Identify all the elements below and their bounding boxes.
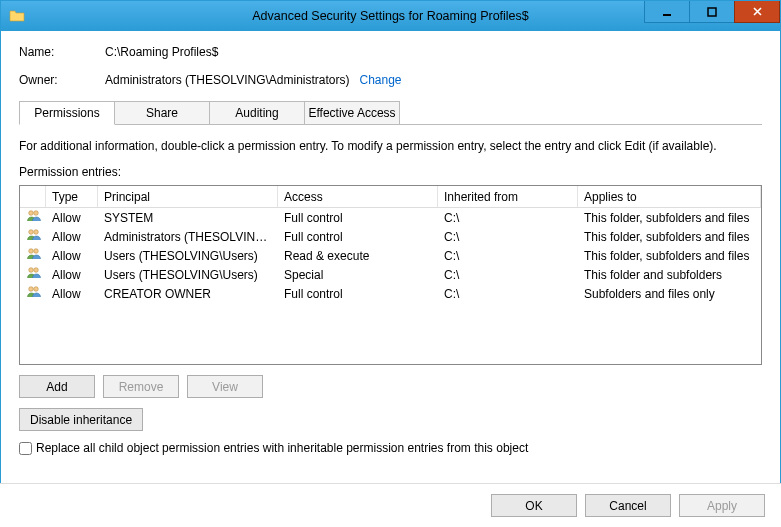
cell-inherited: C:\: [438, 287, 578, 301]
cell-applies: This folder, subfolders and files: [578, 211, 761, 225]
maximize-button[interactable]: [689, 1, 735, 23]
cell-applies: Subfolders and files only: [578, 287, 761, 301]
svg-rect-1: [708, 8, 716, 16]
title-bar: Advanced Security Settings for Roaming P…: [1, 1, 780, 31]
cell-inherited: C:\: [438, 268, 578, 282]
cell-access: Full control: [278, 211, 438, 225]
svg-point-2: [29, 211, 34, 216]
list-header: Type Principal Access Inherited from App…: [20, 186, 761, 208]
owner-label: Owner:: [19, 73, 105, 87]
col-header-type[interactable]: Type: [46, 186, 98, 207]
replace-children-row: Replace all child object permission entr…: [19, 441, 762, 455]
tabs: Permissions Share Auditing Effective Acc…: [19, 101, 762, 125]
group-icon: [20, 208, 46, 227]
cell-principal: SYSTEM: [98, 211, 278, 225]
svg-point-3: [34, 211, 39, 216]
col-header-icon[interactable]: [20, 186, 46, 207]
dialog-content: Name: C:\Roaming Profiles$ Owner: Admini…: [1, 31, 780, 465]
tab-share[interactable]: Share: [114, 101, 210, 124]
remove-button[interactable]: Remove: [103, 375, 179, 398]
cell-principal: Users (THESOLVING\Users): [98, 249, 278, 263]
svg-point-10: [29, 287, 34, 292]
owner-value: Administrators (THESOLVING\Administrator…: [105, 73, 350, 87]
tab-permissions[interactable]: Permissions: [19, 101, 115, 125]
apply-button[interactable]: Apply: [679, 494, 765, 517]
svg-point-9: [34, 268, 39, 273]
cell-access: Read & execute: [278, 249, 438, 263]
group-icon: [20, 246, 46, 265]
col-header-access[interactable]: Access: [278, 186, 438, 207]
tab-auditing[interactable]: Auditing: [209, 101, 305, 124]
table-row[interactable]: AllowUsers (THESOLVING\Users)Read & exec…: [20, 246, 761, 265]
table-row[interactable]: AllowAdministrators (THESOLVING...Full c…: [20, 227, 761, 246]
table-row[interactable]: AllowUsers (THESOLVING\Users)SpecialC:\T…: [20, 265, 761, 284]
cell-type: Allow: [46, 230, 98, 244]
group-icon: [20, 227, 46, 246]
col-header-applies[interactable]: Applies to: [578, 186, 761, 207]
cell-inherited: C:\: [438, 249, 578, 263]
ok-button[interactable]: OK: [491, 494, 577, 517]
svg-point-4: [29, 230, 34, 235]
window-buttons: [645, 1, 780, 31]
svg-point-6: [29, 249, 34, 254]
permission-entries-list[interactable]: Type Principal Access Inherited from App…: [19, 185, 762, 365]
cell-access: Special: [278, 268, 438, 282]
view-button[interactable]: View: [187, 375, 263, 398]
inheritance-row: Disable inheritance: [19, 408, 762, 431]
cell-principal: Users (THESOLVING\Users): [98, 268, 278, 282]
name-label: Name:: [19, 45, 105, 59]
table-row[interactable]: AllowCREATOR OWNERFull controlC:\Subfold…: [20, 284, 761, 303]
cell-type: Allow: [46, 287, 98, 301]
col-header-principal[interactable]: Principal: [98, 186, 278, 207]
entry-buttons: Add Remove View: [19, 375, 762, 398]
change-owner-link[interactable]: Change: [360, 73, 402, 87]
svg-point-5: [34, 230, 39, 235]
cell-type: Allow: [46, 211, 98, 225]
svg-point-11: [34, 287, 39, 292]
entries-label: Permission entries:: [19, 165, 762, 179]
tab-effective-access[interactable]: Effective Access: [304, 101, 400, 124]
svg-rect-0: [663, 14, 671, 16]
cell-access: Full control: [278, 230, 438, 244]
name-value: C:\Roaming Profiles$: [105, 45, 218, 59]
cell-principal: CREATOR OWNER: [98, 287, 278, 301]
cell-type: Allow: [46, 268, 98, 282]
instruction-text: For additional information, double-click…: [19, 139, 762, 153]
replace-children-checkbox[interactable]: [19, 442, 32, 455]
cell-applies: This folder, subfolders and files: [578, 249, 761, 263]
add-button[interactable]: Add: [19, 375, 95, 398]
svg-point-8: [29, 268, 34, 273]
cell-applies: This folder and subfolders: [578, 268, 761, 282]
cell-inherited: C:\: [438, 230, 578, 244]
cell-type: Allow: [46, 249, 98, 263]
folder-icon: [9, 8, 25, 24]
disable-inheritance-button[interactable]: Disable inheritance: [19, 408, 143, 431]
close-button[interactable]: [734, 1, 780, 23]
cell-applies: This folder, subfolders and files: [578, 230, 761, 244]
svg-point-7: [34, 249, 39, 254]
list-body: AllowSYSTEMFull controlC:\This folder, s…: [20, 208, 761, 303]
replace-children-label: Replace all child object permission entr…: [36, 441, 528, 455]
name-row: Name: C:\Roaming Profiles$: [19, 45, 762, 59]
minimize-button[interactable]: [644, 1, 690, 23]
cell-inherited: C:\: [438, 211, 578, 225]
group-icon: [20, 265, 46, 284]
table-row[interactable]: AllowSYSTEMFull controlC:\This folder, s…: [20, 208, 761, 227]
cancel-button[interactable]: Cancel: [585, 494, 671, 517]
dialog-buttons: OK Cancel Apply: [0, 483, 781, 527]
col-header-inherited[interactable]: Inherited from: [438, 186, 578, 207]
cell-access: Full control: [278, 287, 438, 301]
cell-principal: Administrators (THESOLVING...: [98, 230, 278, 244]
group-icon: [20, 284, 46, 303]
owner-row: Owner: Administrators (THESOLVING\Admini…: [19, 73, 762, 87]
